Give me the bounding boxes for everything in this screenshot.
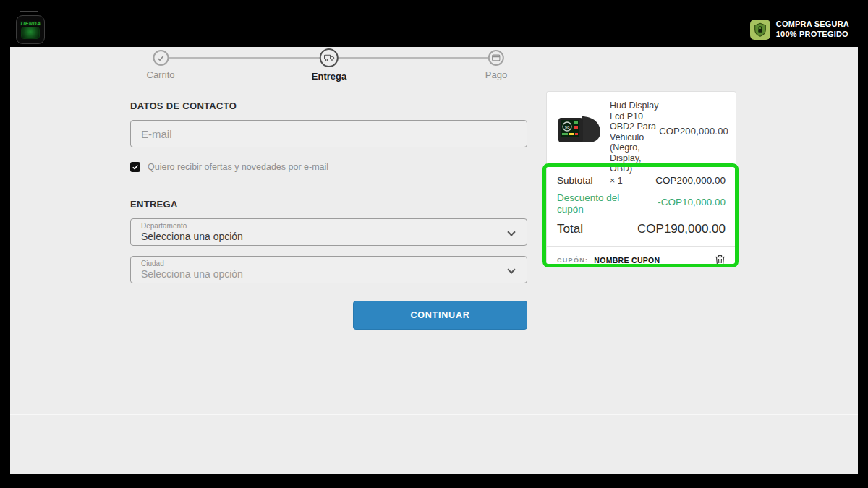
checkmark-icon	[132, 163, 139, 171]
total-value: COP190,000.00	[637, 222, 726, 236]
credit-card-icon	[492, 54, 501, 61]
svg-text:90: 90	[565, 125, 570, 129]
order-summary-card: 90 Hud Display Lcd P10 OBD2 Para Vehicul…	[546, 91, 736, 266]
step-carrito-circle[interactable]	[153, 50, 169, 66]
city-select-value: Selecciona una opción	[141, 268, 498, 280]
product-image: 90	[554, 111, 606, 150]
checkout-page: Carrito Entrega Pago DATOS DE CONTACTO	[10, 47, 858, 474]
step-pago-label: Pago	[485, 69, 507, 80]
store-logo[interactable]: TIENDA	[16, 15, 45, 44]
chevron-down-icon	[507, 265, 515, 273]
secure-purchase-badge: COMPRA SEGURA 100% PROTEGIDO	[750, 20, 849, 40]
discount-value: -COP10,000.00	[658, 197, 726, 207]
department-select-value: Selecciona una opción	[141, 231, 498, 242]
shield-lock-icon	[750, 20, 770, 40]
delivery-section-title: ENTREGA	[130, 199, 527, 210]
step-entrega: Entrega	[312, 48, 346, 82]
check-icon	[156, 54, 164, 62]
city-select-label: Ciudad	[141, 260, 498, 267]
newsletter-checkbox[interactable]	[130, 162, 140, 172]
coupon-label: CUPÓN:	[557, 257, 588, 264]
step-carrito-label: Carrito	[146, 69, 174, 80]
continue-button[interactable]: CONTINUAR	[353, 301, 527, 330]
step-entrega-circle	[320, 48, 339, 67]
total-label: Total	[557, 222, 583, 236]
trash-icon	[715, 254, 726, 266]
discount-row: Descuento del cupón -COP10,000.00	[557, 192, 726, 215]
city-select[interactable]: Ciudad Selecciona una opción	[130, 256, 527, 283]
discount-label: Descuento del cupón	[557, 192, 644, 215]
logo-shine-decoration	[20, 11, 38, 12]
subtotal-value: COP200,000.00	[655, 175, 726, 186]
step-pago-circle	[488, 50, 504, 66]
coupon-row: CUPÓN: NOMBRE CUPON	[557, 247, 726, 273]
department-select-label: Departamento	[141, 222, 498, 230]
secure-badge-line2: 100% PROTEGIDO	[776, 30, 849, 40]
email-input[interactable]	[130, 120, 527, 147]
product-price: COP200,000.00	[659, 126, 728, 137]
product-row: 90 Hud Display Lcd P10 OBD2 Para Vehicul…	[547, 92, 736, 168]
department-select[interactable]: Departamento Selecciona una opción	[130, 218, 527, 246]
total-row: Total COP190,000.00	[557, 222, 726, 236]
checkout-form: DATOS DE CONTACTO Quiero recibir ofertas…	[130, 100, 527, 330]
coupon-name: NOMBRE CUPON	[594, 256, 660, 265]
product-name: Hud Display Lcd P10 OBD2 Para Vehiculo (…	[610, 100, 659, 174]
product-quantity: × 1	[610, 176, 659, 186]
newsletter-label: Quiero recibir ofertas y novedades por e…	[148, 162, 328, 172]
step-carrito[interactable]: Carrito	[146, 50, 174, 80]
step-entrega-label: Entrega	[312, 71, 346, 82]
contact-section-title: DATOS DE CONTACTO	[130, 100, 527, 111]
subtotal-label: Subtotal	[557, 175, 593, 186]
store-logo-art	[21, 27, 40, 39]
remove-coupon-button[interactable]	[715, 254, 726, 266]
secure-badge-line1: COMPRA SEGURA	[776, 20, 849, 30]
step-pago: Pago	[485, 50, 507, 80]
chevron-down-icon	[507, 228, 515, 236]
footer-divider	[10, 414, 858, 415]
store-logo-text: TIENDA	[20, 21, 41, 26]
truck-icon	[324, 53, 335, 62]
